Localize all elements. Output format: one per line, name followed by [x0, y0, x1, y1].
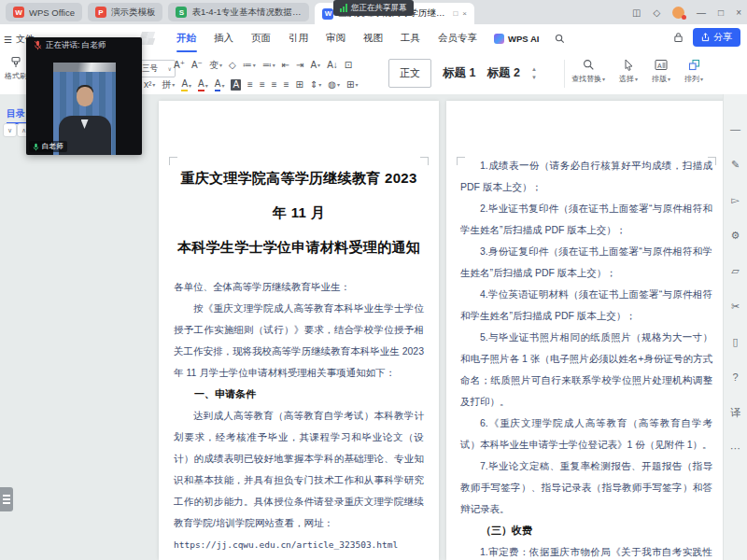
help-icon[interactable]: ? [724, 371, 747, 384]
bullet-list-icon[interactable]: ≔▾ [243, 60, 256, 71]
search-icon[interactable] [555, 34, 565, 44]
shrink-font-icon[interactable]: A⁻ [191, 60, 203, 71]
tab-member[interactable]: 会员专享 [437, 30, 478, 47]
share-badge-text: 您正在共享屏幕 [351, 3, 407, 14]
underline-color-icon[interactable]: A▾ [215, 78, 225, 91]
read-mode-icon[interactable]: ▯ [724, 335, 747, 348]
collapse-panel-icon[interactable]: — [724, 122, 747, 135]
tab-review[interactable]: 审阅 [325, 30, 346, 47]
meeting-speaking-bar: 正在讲话: 白老师 [26, 37, 142, 53]
document-page-2[interactable]: 1.成绩表一份（请务必自行核算好平均成绩，扫描成 PDF 版本上交）； 2.毕业… [446, 101, 726, 560]
gallery-up-icon: ▲ [531, 66, 537, 72]
outline-toggle-button[interactable] [0, 487, 13, 511]
lock-icon[interactable] [673, 32, 684, 43]
video-ceiling [53, 63, 116, 72]
mic-muted-icon [34, 40, 42, 50]
cursor-arrow-icon [623, 59, 634, 71]
decrease-indent-icon[interactable]: ⇤ [282, 60, 289, 71]
doc-title-line2: 本科学生学士学位申请材料受理的通知 [174, 230, 424, 264]
align-right-icon[interactable]: ≡ [272, 79, 277, 91]
styles-gallery: 正文 标题 1 标题 2 ▲ ▼ [388, 57, 537, 90]
change-case-icon[interactable]: 变▾ [209, 60, 222, 71]
align-center-icon[interactable]: ≡ [260, 79, 265, 91]
wps-logo-icon: W [13, 7, 24, 18]
doc-paragraph: 3.身份证复印件（须在证书上面签署“与原件相符和学生姓名”后扫描成 PDF 版本… [460, 241, 712, 284]
collapse-all-button[interactable]: ∨ [3, 123, 17, 137]
document-page-1[interactable]: 重庆文理学院高等学历继续教育 2023 年 11 月 本科学生学士学位申请材料受… [159, 101, 439, 560]
toc-panel-tab[interactable]: 目录 [7, 107, 25, 120]
shading-icon[interactable]: ◍▾ [328, 79, 340, 91]
hamburger-icon: ☰ [4, 35, 12, 45]
doc-paragraph: 1.审定费：依据重庆市物价局《关于我市自考实践性环节考核（考试）费收费标准备案有… [460, 541, 712, 560]
tab-reference[interactable]: 引用 [288, 30, 309, 47]
style-heading1[interactable]: 标题 1 [443, 65, 475, 81]
settings-gear-icon[interactable]: ⚙ [724, 229, 747, 242]
phonetic-guide-icon[interactable]: 拼▾ [162, 79, 175, 91]
doc-url: https://jj.cqwu.edu.cn/article_323503.ht… [174, 534, 424, 555]
distribute-icon[interactable]: ⊞ [295, 79, 303, 91]
format-painter-icon [9, 56, 22, 69]
grow-font-icon[interactable]: A⁺ [174, 60, 185, 71]
typeset-button[interactable]: A 排版▾ [652, 59, 670, 84]
select-button[interactable]: 选择▾ [619, 59, 638, 84]
arrange-layers-icon [688, 59, 700, 71]
eraser-icon[interactable]: ▱ [724, 264, 747, 277]
highlight-icon[interactable]: A▾ [181, 78, 191, 91]
meeting-video-overlay[interactable]: 正在讲话: 白老师 白老师 [26, 37, 142, 155]
minimize-icon[interactable]: — [697, 7, 706, 18]
tab-home[interactable]: 开始 [176, 30, 197, 47]
split-view-icon[interactable]: ◫ [632, 7, 641, 18]
style-heading2[interactable]: 标题 2 [486, 65, 519, 81]
tab-spreadsheet[interactable]: S 表1-4-1专业基本情况数据.xlsx [168, 3, 309, 21]
ribbon-row1: A⁺ A⁻ 变▾ ◇ ≔▾ ≕▾ ⇤ ⇥ A▾ A↓ ⊡ [174, 60, 352, 71]
font-size-dropdown[interactable]: 三号 ∨ [138, 60, 176, 77]
superscript-icon[interactable]: x²▾ [144, 79, 155, 91]
justify-icon[interactable]: ≡ [284, 79, 289, 91]
increase-indent-icon[interactable]: ⇥ [296, 60, 303, 71]
tab-close-icon[interactable]: × [462, 9, 467, 18]
tab-wps-home[interactable]: W WPS Office [6, 3, 82, 21]
font-size-value: 三号 [142, 63, 158, 75]
scissors-icon[interactable]: ✂ [724, 300, 747, 313]
line-spacing-icon[interactable]: ⇕▾ [310, 79, 321, 91]
doc-paragraph: 达到成人高等教育（高等教育自学考试）本科教学计划要求，经考核准予毕业，其课程学习… [174, 405, 424, 534]
format-painter-button[interactable]: 格式刷 [4, 56, 28, 81]
account-avatar[interactable] [672, 7, 684, 19]
restore-window-icon[interactable]: □ [718, 7, 724, 18]
number-list-icon[interactable]: ≕▾ [262, 60, 275, 71]
tab-view[interactable]: 视图 [362, 30, 384, 47]
more-icon[interactable]: ⋯ [724, 441, 747, 455]
arrange-button[interactable]: 排列▾ [684, 59, 703, 84]
doc-paragraph: 6.《重庆文理学院成人高等教育（高等教育自学考试）本科毕业生申请学士学位登记表》… [460, 413, 712, 455]
font-color-icon[interactable]: A▾ [198, 78, 208, 91]
wps-ai-button[interactable]: WPS AI [494, 34, 539, 44]
text-effects-icon[interactable]: A▾ [310, 60, 320, 71]
tab-templates[interactable]: P 演示类模板 [88, 3, 163, 21]
skin-icon[interactable]: ◇ [653, 7, 660, 18]
style-body[interactable]: 正文 [388, 59, 431, 88]
show-marks-icon[interactable]: ⊡ [345, 60, 352, 71]
tab-label: WPS Office [29, 7, 75, 18]
translate-icon[interactable]: 译 [724, 406, 747, 419]
borders-icon[interactable]: ⊞▾ [346, 79, 358, 91]
screen-share-badge[interactable]: 您正在共享屏幕 [333, 0, 414, 16]
find-replace-button[interactable]: 查找替换▾ [571, 59, 605, 84]
select-cursor-icon[interactable]: ▻ [724, 193, 747, 206]
right-sidebar: — ✎ ▻ ⚙ ▱ ✂ ▯ ? 译 ⋯ [723, 94, 747, 560]
tab-insert[interactable]: 插入 [213, 30, 234, 47]
tab-page[interactable]: 页面 [250, 30, 272, 47]
doc-heading: 一、申请条件 [174, 384, 424, 405]
char-shading-icon[interactable]: A [231, 79, 241, 91]
clear-format-icon[interactable]: ◇ [229, 60, 236, 71]
document-canvas: 目录 ∨ ∧ 重庆文理学院高等学历继续教育 2023 年 11 月 本科学生学士… [0, 94, 747, 560]
ribbon-tools: 查找替换▾ 选择▾ A 排版▾ 排列▾ [571, 59, 703, 84]
tab-restore-icon[interactable]: □ [453, 9, 458, 18]
sort-icon[interactable]: A↓ [327, 60, 338, 71]
tab-tools[interactable]: 工具 [400, 30, 421, 47]
svg-text:A: A [657, 63, 662, 69]
align-left-icon[interactable]: ≡ [247, 79, 253, 91]
edit-pen-icon[interactable]: ✎ [724, 158, 747, 171]
close-window-icon[interactable]: × [736, 7, 741, 18]
gallery-scroll[interactable]: ▲ ▼ [531, 66, 537, 80]
share-button[interactable]: 分享 [693, 28, 740, 47]
